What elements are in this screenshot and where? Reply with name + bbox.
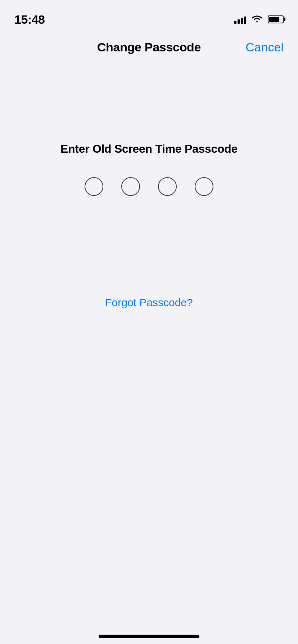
passcode-prompt: Enter Old Screen Time Passcode	[60, 142, 238, 156]
page-title: Change Passcode	[97, 40, 201, 54]
signal-bars-icon	[234, 15, 246, 24]
status-bar: 15:48	[0, 0, 298, 32]
passcode-dot-2	[121, 177, 140, 196]
passcode-dots	[85, 177, 213, 196]
forgot-passcode-button[interactable]: Forgot Passcode?	[105, 296, 193, 309]
status-icons	[234, 14, 284, 24]
battery-fill	[269, 17, 279, 22]
wifi-icon	[251, 14, 263, 24]
cancel-button[interactable]: Cancel	[245, 40, 284, 54]
home-indicator	[99, 635, 199, 638]
passcode-dot-1	[85, 177, 103, 196]
signal-bar-3	[241, 18, 243, 24]
status-time: 15:48	[14, 13, 45, 27]
passcode-dot-4	[195, 177, 213, 196]
passcode-dot-3	[158, 177, 177, 196]
main-content: Enter Old Screen Time Passcode Forgot Pa…	[0, 63, 298, 309]
signal-bar-4	[244, 17, 246, 24]
signal-bar-2	[238, 19, 240, 24]
signal-bar-1	[234, 21, 236, 24]
battery-icon	[268, 15, 284, 23]
nav-bar: Change Passcode Cancel	[0, 32, 298, 63]
